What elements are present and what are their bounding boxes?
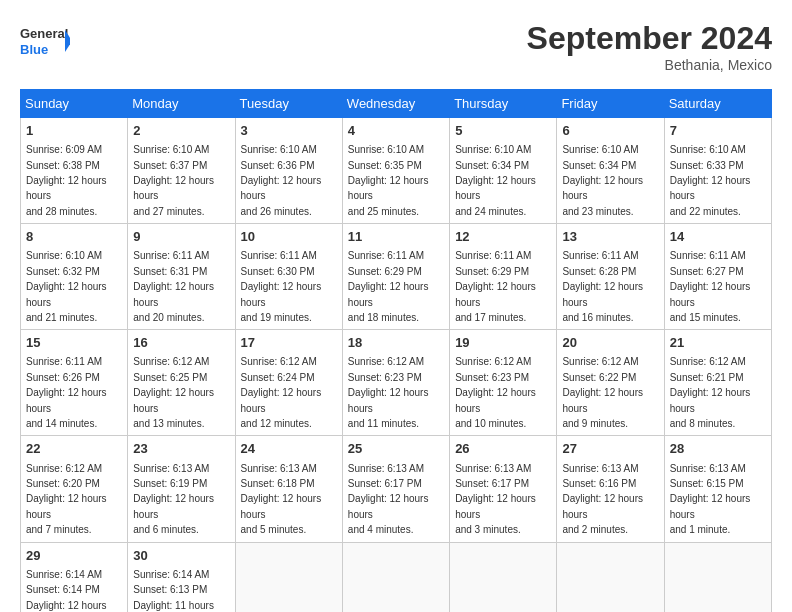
table-row: 8 Sunrise: 6:10 AMSunset: 6:32 PMDayligh… (21, 224, 128, 330)
table-row: 30 Sunrise: 6:14 AMSunset: 6:13 PMDaylig… (128, 542, 235, 612)
table-row: 25 Sunrise: 6:13 AMSunset: 6:17 PMDaylig… (342, 436, 449, 542)
day-number: 10 (241, 228, 337, 246)
day-number: 28 (670, 440, 766, 458)
col-wednesday: Wednesday (342, 90, 449, 118)
col-thursday: Thursday (450, 90, 557, 118)
day-number: 30 (133, 547, 229, 565)
day-number: 1 (26, 122, 122, 140)
day-number: 24 (241, 440, 337, 458)
day-number: 27 (562, 440, 658, 458)
calendar-row: 29 Sunrise: 6:14 AMSunset: 6:14 PMDaylig… (21, 542, 772, 612)
calendar-body: 1 Sunrise: 6:09 AMSunset: 6:38 PMDayligh… (21, 118, 772, 613)
day-info: Sunrise: 6:13 AMSunset: 6:15 PMDaylight:… (670, 463, 751, 536)
day-info: Sunrise: 6:11 AMSunset: 6:29 PMDaylight:… (455, 250, 536, 323)
day-number: 29 (26, 547, 122, 565)
calendar-row: 1 Sunrise: 6:09 AMSunset: 6:38 PMDayligh… (21, 118, 772, 224)
table-row: 12 Sunrise: 6:11 AMSunset: 6:29 PMDaylig… (450, 224, 557, 330)
day-info: Sunrise: 6:12 AMSunset: 6:23 PMDaylight:… (348, 356, 429, 429)
table-row: 9 Sunrise: 6:11 AMSunset: 6:31 PMDayligh… (128, 224, 235, 330)
col-monday: Monday (128, 90, 235, 118)
day-info: Sunrise: 6:11 AMSunset: 6:29 PMDaylight:… (348, 250, 429, 323)
day-info: Sunrise: 6:10 AMSunset: 6:34 PMDaylight:… (562, 144, 643, 217)
calendar-row: 8 Sunrise: 6:10 AMSunset: 6:32 PMDayligh… (21, 224, 772, 330)
day-number: 9 (133, 228, 229, 246)
table-row: 3 Sunrise: 6:10 AMSunset: 6:36 PMDayligh… (235, 118, 342, 224)
table-row: 1 Sunrise: 6:09 AMSunset: 6:38 PMDayligh… (21, 118, 128, 224)
table-row: 28 Sunrise: 6:13 AMSunset: 6:15 PMDaylig… (664, 436, 771, 542)
table-row: 21 Sunrise: 6:12 AMSunset: 6:21 PMDaylig… (664, 330, 771, 436)
header-row: Sunday Monday Tuesday Wednesday Thursday… (21, 90, 772, 118)
day-number: 8 (26, 228, 122, 246)
table-row: 27 Sunrise: 6:13 AMSunset: 6:16 PMDaylig… (557, 436, 664, 542)
day-info: Sunrise: 6:11 AMSunset: 6:30 PMDaylight:… (241, 250, 322, 323)
day-info: Sunrise: 6:10 AMSunset: 6:35 PMDaylight:… (348, 144, 429, 217)
day-number: 26 (455, 440, 551, 458)
day-info: Sunrise: 6:11 AMSunset: 6:31 PMDaylight:… (133, 250, 214, 323)
col-friday: Friday (557, 90, 664, 118)
table-row (664, 542, 771, 612)
day-info: Sunrise: 6:12 AMSunset: 6:25 PMDaylight:… (133, 356, 214, 429)
day-number: 4 (348, 122, 444, 140)
title-block: September 2024 Bethania, Mexico (527, 20, 772, 73)
day-number: 7 (670, 122, 766, 140)
day-info: Sunrise: 6:12 AMSunset: 6:24 PMDaylight:… (241, 356, 322, 429)
day-info: Sunrise: 6:13 AMSunset: 6:16 PMDaylight:… (562, 463, 643, 536)
day-info: Sunrise: 6:09 AMSunset: 6:38 PMDaylight:… (26, 144, 107, 217)
day-number: 12 (455, 228, 551, 246)
table-row: 13 Sunrise: 6:11 AMSunset: 6:28 PMDaylig… (557, 224, 664, 330)
day-number: 3 (241, 122, 337, 140)
calendar-table: Sunday Monday Tuesday Wednesday Thursday… (20, 89, 772, 612)
location-subtitle: Bethania, Mexico (527, 57, 772, 73)
day-number: 14 (670, 228, 766, 246)
table-row: 26 Sunrise: 6:13 AMSunset: 6:17 PMDaylig… (450, 436, 557, 542)
day-number: 21 (670, 334, 766, 352)
day-number: 13 (562, 228, 658, 246)
day-number: 16 (133, 334, 229, 352)
day-info: Sunrise: 6:12 AMSunset: 6:23 PMDaylight:… (455, 356, 536, 429)
col-sunday: Sunday (21, 90, 128, 118)
table-row: 6 Sunrise: 6:10 AMSunset: 6:34 PMDayligh… (557, 118, 664, 224)
day-info: Sunrise: 6:11 AMSunset: 6:28 PMDaylight:… (562, 250, 643, 323)
table-row: 15 Sunrise: 6:11 AMSunset: 6:26 PMDaylig… (21, 330, 128, 436)
table-row: 10 Sunrise: 6:11 AMSunset: 6:30 PMDaylig… (235, 224, 342, 330)
table-row: 7 Sunrise: 6:10 AMSunset: 6:33 PMDayligh… (664, 118, 771, 224)
table-row: 29 Sunrise: 6:14 AMSunset: 6:14 PMDaylig… (21, 542, 128, 612)
day-info: Sunrise: 6:10 AMSunset: 6:33 PMDaylight:… (670, 144, 751, 217)
table-row: 14 Sunrise: 6:11 AMSunset: 6:27 PMDaylig… (664, 224, 771, 330)
table-row: 2 Sunrise: 6:10 AMSunset: 6:37 PMDayligh… (128, 118, 235, 224)
table-row (235, 542, 342, 612)
col-saturday: Saturday (664, 90, 771, 118)
table-row: 24 Sunrise: 6:13 AMSunset: 6:18 PMDaylig… (235, 436, 342, 542)
day-number: 19 (455, 334, 551, 352)
svg-text:Blue: Blue (20, 42, 48, 57)
day-number: 23 (133, 440, 229, 458)
day-info: Sunrise: 6:12 AMSunset: 6:22 PMDaylight:… (562, 356, 643, 429)
day-info: Sunrise: 6:13 AMSunset: 6:17 PMDaylight:… (455, 463, 536, 536)
day-info: Sunrise: 6:10 AMSunset: 6:34 PMDaylight:… (455, 144, 536, 217)
day-info: Sunrise: 6:13 AMSunset: 6:19 PMDaylight:… (133, 463, 214, 536)
month-title: September 2024 (527, 20, 772, 57)
calendar-row: 15 Sunrise: 6:11 AMSunset: 6:26 PMDaylig… (21, 330, 772, 436)
table-row: 22 Sunrise: 6:12 AMSunset: 6:20 PMDaylig… (21, 436, 128, 542)
col-tuesday: Tuesday (235, 90, 342, 118)
day-info: Sunrise: 6:14 AMSunset: 6:13 PMDaylight:… (133, 569, 214, 612)
day-info: Sunrise: 6:11 AMSunset: 6:27 PMDaylight:… (670, 250, 751, 323)
calendar-row: 22 Sunrise: 6:12 AMSunset: 6:20 PMDaylig… (21, 436, 772, 542)
logo-svg: General Blue (20, 20, 70, 62)
day-info: Sunrise: 6:14 AMSunset: 6:14 PMDaylight:… (26, 569, 107, 612)
day-info: Sunrise: 6:13 AMSunset: 6:17 PMDaylight:… (348, 463, 429, 536)
table-row: 4 Sunrise: 6:10 AMSunset: 6:35 PMDayligh… (342, 118, 449, 224)
day-number: 6 (562, 122, 658, 140)
table-row (450, 542, 557, 612)
table-row: 5 Sunrise: 6:10 AMSunset: 6:34 PMDayligh… (450, 118, 557, 224)
day-info: Sunrise: 6:13 AMSunset: 6:18 PMDaylight:… (241, 463, 322, 536)
day-number: 17 (241, 334, 337, 352)
day-info: Sunrise: 6:11 AMSunset: 6:26 PMDaylight:… (26, 356, 107, 429)
day-number: 15 (26, 334, 122, 352)
svg-text:General: General (20, 26, 68, 41)
day-number: 25 (348, 440, 444, 458)
day-info: Sunrise: 6:10 AMSunset: 6:36 PMDaylight:… (241, 144, 322, 217)
day-number: 22 (26, 440, 122, 458)
day-number: 18 (348, 334, 444, 352)
day-number: 2 (133, 122, 229, 140)
